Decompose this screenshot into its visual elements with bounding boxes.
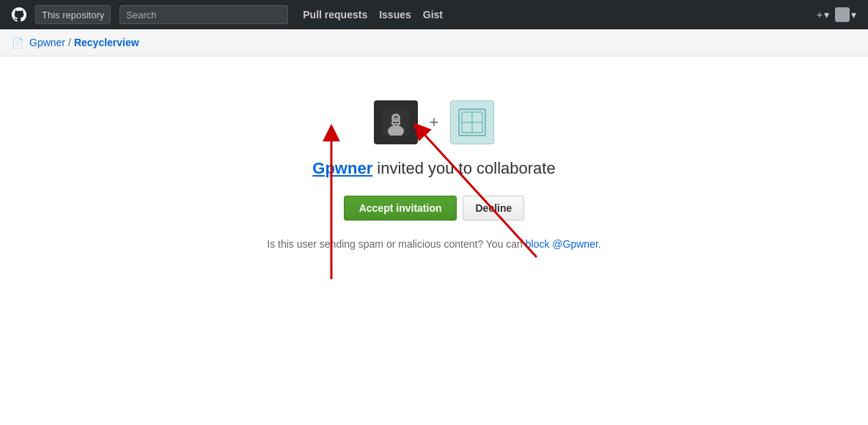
accept-invitation-button[interactable]: Accept invitation: [344, 196, 457, 221]
plus-separator: +: [430, 113, 439, 132]
decline-button[interactable]: Decline: [463, 196, 524, 221]
annotation-arrows: [177, 250, 691, 396]
spam-suffix-text: .: [598, 238, 601, 250]
inviter-username-link[interactable]: Gpwner: [312, 159, 372, 177]
breadcrumb-owner-link[interactable]: Gpwner: [29, 37, 65, 48]
avatar-section: +: [374, 100, 495, 144]
button-group: Accept invitation Decline: [344, 196, 525, 221]
breadcrumb-separator: /: [68, 37, 71, 48]
issues-link[interactable]: Issues: [379, 9, 411, 21]
user-avatar-icon: [835, 7, 850, 22]
invitee-avatar: [450, 100, 494, 144]
block-user-link[interactable]: block @Gpwner: [526, 238, 598, 250]
github-logo[interactable]: [12, 7, 26, 22]
search-input[interactable]: [119, 5, 288, 24]
breadcrumb: 📄 Gpwner / Recyclerview: [0, 29, 868, 56]
gist-link[interactable]: Gist: [423, 9, 443, 21]
repo-scope-label: This repository: [35, 5, 111, 24]
repo-icon: 📄: [12, 37, 23, 48]
plus-icon: +: [817, 9, 823, 21]
header-actions: + ▾ ▾: [817, 7, 856, 22]
user-dropdown-icon: ▾: [851, 9, 856, 21]
invite-text: Gpwner invited you to collaborate: [312, 159, 555, 178]
inviter-avatar: [374, 100, 418, 144]
spam-notice: Is this user sending spam or malicious c…: [267, 238, 600, 250]
header-nav: Pull requests Issues Gist: [303, 9, 443, 21]
new-dropdown-button[interactable]: + ▾: [817, 9, 829, 21]
pull-requests-link[interactable]: Pull requests: [303, 9, 367, 21]
user-menu-button[interactable]: ▾: [835, 7, 856, 22]
dropdown-arrow-icon: ▾: [824, 9, 829, 21]
breadcrumb-repo-link[interactable]: Recyclerview: [74, 37, 139, 48]
spam-prefix-text: Is this user sending spam or malicious c…: [267, 238, 526, 250]
main-content: + Gpwner invited you to collaborate Acce…: [0, 56, 868, 425]
site-header: This repository Pull requests Issues Gis…: [0, 0, 868, 29]
